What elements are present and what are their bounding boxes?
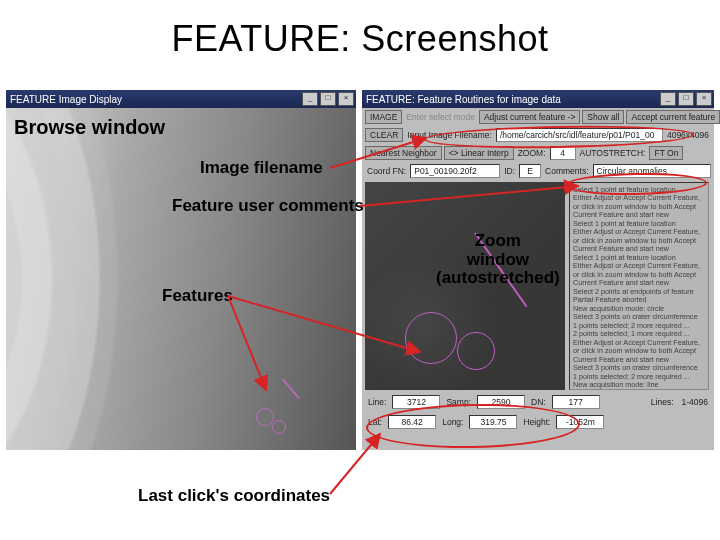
id-label: ID: <box>502 166 517 176</box>
nearest-neighbor-option[interactable]: Nearest Neighbor <box>365 146 442 160</box>
browse-window-title: FEATURE Image Display <box>10 94 122 105</box>
toolbar-row-1: IMAGE Enter select mode Adjust current f… <box>362 108 714 126</box>
line-label: Line: <box>366 397 388 407</box>
minimize-icon[interactable]: _ <box>302 92 318 106</box>
anno-zoom-window: Zoomwindow(autostretched) <box>436 232 560 288</box>
anno-browse-window: Browse window <box>14 116 165 139</box>
feature-mark-circle <box>256 408 274 426</box>
image-button[interactable]: IMAGE <box>365 110 402 124</box>
feature-mark-circle <box>272 420 286 434</box>
close-icon[interactable]: × <box>696 92 712 106</box>
feature-circle <box>405 312 457 364</box>
comments-label: Comments: <box>543 166 590 176</box>
feature-circle <box>457 332 495 370</box>
lines-range: 1-4096 <box>680 397 710 407</box>
browse-titlebar: FEATURE Image Display _ □ × <box>6 90 356 108</box>
id-field[interactable]: E <box>519 164 541 178</box>
coord-fn-field[interactable]: P01_00190.20f2 <box>410 164 500 178</box>
linear-interp-option[interactable]: <> Linear Interp <box>444 146 514 160</box>
anno-user-comments: Feature user comments <box>172 196 364 216</box>
maximize-icon[interactable]: □ <box>320 92 336 106</box>
accept-feature-button[interactable]: Accept current feature <box>626 110 720 124</box>
dn-label: DN: <box>529 397 548 407</box>
slide-title: FEATURE: Screenshot <box>0 18 720 60</box>
adjust-feature-button[interactable]: Adjust current feature -> <box>479 110 580 124</box>
autostretch-toggle[interactable]: FT On <box>649 146 683 160</box>
minimize-icon[interactable]: _ <box>660 92 676 106</box>
coord-fn-label: Coord FN: <box>365 166 408 176</box>
dn-field: 177 <box>552 395 600 409</box>
close-icon[interactable]: × <box>338 92 354 106</box>
maximize-icon[interactable]: □ <box>678 92 694 106</box>
show-all-button[interactable]: Show all <box>582 110 624 124</box>
enter-select-label: Enter select mode <box>404 112 477 122</box>
zoom-label: ZOOM: <box>516 148 548 158</box>
anno-image-filename: Image filename <box>200 158 323 178</box>
autostretch-label: AUTOSTRETCH: <box>578 148 648 158</box>
browse-window: FEATURE Image Display _ □ × <box>6 90 356 450</box>
status-log: Select 1 point at feature locationEither… <box>569 182 709 390</box>
feature-mark-line <box>282 378 300 399</box>
anno-last-click: Last click's coordinates <box>138 486 330 506</box>
routines-titlebar: FEATURE: Feature Routines for image data… <box>362 90 714 108</box>
routines-window-title: FEATURE: Feature Routines for image data <box>366 94 561 105</box>
anno-features: Features <box>162 286 233 306</box>
lines-range-label: Lines: <box>649 397 676 407</box>
clear-button[interactable]: CLEAR <box>365 128 403 142</box>
